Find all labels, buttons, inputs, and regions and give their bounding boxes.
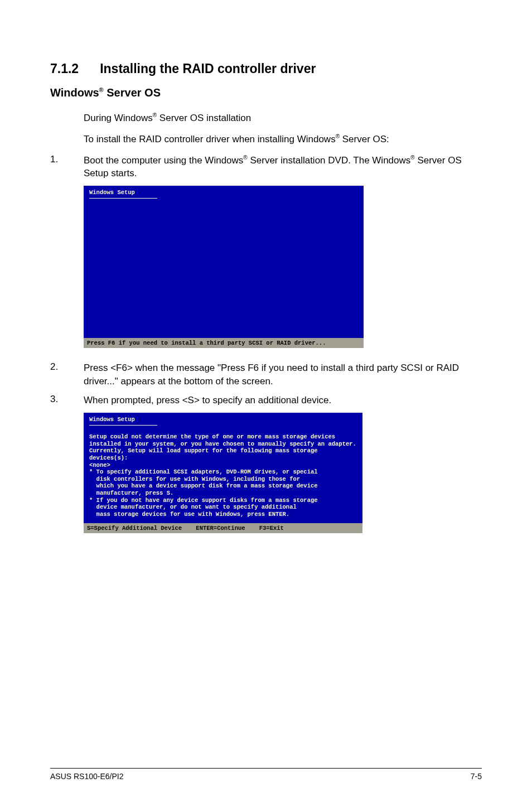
setup-none-entry: <none> [89, 462, 357, 469]
step1-l2-prefix: Windows [372, 155, 410, 166]
windows-setup-screenshot-1: Windows Setup Press F6 if you need to in… [84, 186, 364, 348]
setup-status-line: Press F6 if you need to install a third … [84, 338, 364, 348]
section-heading: 7.1.2Installing the RAID controller driv… [50, 61, 482, 76]
setup-screen-paragraph: Setup could not determine the type of on… [89, 433, 357, 461]
section-title: Installing the RAID controller driver [100, 61, 316, 76]
setup-screen-body: Windows Setup Setup could not determine … [84, 413, 362, 524]
registered-icon: ® [336, 133, 340, 139]
page-footer: ASUS RS100-E6/PI2 7-5 [50, 768, 482, 781]
intro1-prefix: During Windows [84, 113, 153, 123]
sub-heading: Windows® Server OS [50, 86, 482, 99]
setup-screen-title: Windows Setup [89, 416, 157, 426]
list-item: 3. When prompted, press <S> to specify a… [50, 394, 482, 407]
section-number: 7.1.2 [50, 61, 79, 76]
windows-setup-screenshot-2: Windows Setup Setup could not determine … [84, 413, 362, 534]
step-number: 3. [50, 394, 84, 407]
step-text: Press <F6> when the message "Press F6 if… [84, 361, 482, 388]
setup-bullet-2: * If you do not have any device support … [89, 497, 357, 518]
setup-status-line: S=Specify Additional Device ENTER=Contin… [84, 523, 362, 533]
registered-icon: ® [99, 86, 104, 93]
step-number: 1. [50, 154, 84, 181]
subheading-prefix: Windows [50, 86, 99, 99]
setup-screen-title: Windows Setup [89, 189, 157, 199]
setup-screen-body: Windows Setup [84, 186, 364, 338]
intro-paragraph: To install the RAID controller driver wh… [84, 133, 476, 146]
registered-icon: ® [243, 154, 247, 161]
list-item: 1. Boot the computer using the Windows® … [50, 154, 482, 181]
step-text: Boot the computer using the Windows® Ser… [84, 154, 482, 181]
intro2-suffix: Server OS: [340, 134, 389, 144]
step-number: 2. [50, 361, 84, 388]
step1-l1-prefix: Boot the computer using the Windows [84, 155, 243, 166]
intro-paragraph: During Windows® Server OS installation [84, 112, 476, 125]
intro1-suffix: Server OS installation [157, 113, 251, 123]
intro2-prefix: To install the RAID controller driver wh… [84, 134, 336, 144]
registered-icon: ® [410, 154, 414, 161]
footer-right: 7-5 [471, 772, 482, 781]
subheading-suffix: Server OS [104, 86, 161, 99]
step1-l1-suffix: Server installation DVD. The [248, 155, 373, 166]
setup-bullet-1: * To specify additional SCSI adapters, D… [89, 468, 357, 496]
list-item: 2. Press <F6> when the message "Press F6… [50, 361, 482, 388]
footer-left: ASUS RS100-E6/PI2 [50, 772, 124, 781]
step-text: When prompted, press <S> to specify an a… [84, 394, 482, 407]
